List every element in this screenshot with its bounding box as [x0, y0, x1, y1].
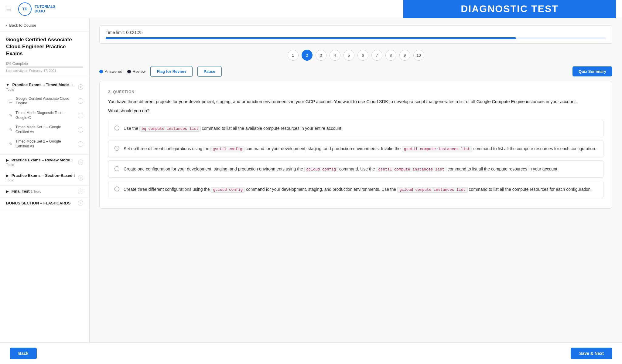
final-test-label: Final Test — [12, 189, 30, 194]
q-num-1[interactable]: 1 — [288, 50, 299, 61]
bonus-toggle[interactable]: ○ — [78, 201, 83, 206]
final-expand-icon: ▶ — [6, 190, 9, 193]
legend-answered: Answered — [99, 69, 122, 74]
timed-mode-section: ▼ Practice Exams – Timed Mode 1 Topic ○ … — [0, 77, 89, 155]
answer-text-b: Set up three different configurations us… — [124, 145, 596, 152]
timer-section: Time limit: 00:21:25 — [99, 25, 612, 44]
sidebar-item-set1[interactable]: ✎ Timed Mode Set 1 – Google Certified As — [0, 123, 89, 137]
q-num-9[interactable]: 9 — [399, 50, 410, 61]
bonus-section[interactable]: BONUS SECTION – FLASHCARDS ○ — [0, 197, 89, 209]
top-header: ☰ TD TUTORIALS DOJO DIAGNOSTIC TEST — [0, 0, 622, 18]
question-nav: 1 2 3 4 5 6 7 8 9 10 — [99, 50, 612, 61]
timer-label: Time limit: 00:21:25 — [106, 30, 606, 35]
answer-option-b[interactable]: Set up three different configurations us… — [108, 140, 603, 157]
code-bq: bq compute instances list — [139, 126, 201, 132]
final-test-toggle[interactable]: ○ — [78, 189, 83, 194]
diagnostic-circle — [78, 113, 83, 118]
answer-option-d[interactable]: Create three different configurations us… — [108, 181, 603, 198]
answer-option-a[interactable]: Use the bq compute instances list comman… — [108, 120, 603, 137]
answer-text-c: Create one configuration for your develo… — [124, 166, 559, 173]
q-num-10[interactable]: 10 — [413, 50, 424, 61]
review-mode-label: Practice Exams – Review Mode — [12, 158, 70, 162]
sidebar-item-set2[interactable]: ✎ Timed Mode Set 2 – Google Certified As — [0, 137, 89, 151]
quiz-summary-button[interactable]: Quiz Summary — [572, 66, 612, 76]
bonus-label: BONUS SECTION – FLASHCARDS — [6, 201, 70, 205]
set1-circle — [78, 127, 83, 133]
question-sub: What should you do? — [108, 108, 603, 113]
q-num-7[interactable]: 7 — [371, 50, 382, 61]
question-text: You have three different projects for yo… — [108, 98, 603, 105]
timed-mode-collapse-icon: ▼ — [6, 83, 9, 87]
sidebar-item-gce-practice[interactable]: ☰ Google Certified Associate Cloud Engin… — [0, 94, 89, 108]
review-label: Review — [133, 69, 146, 74]
q-num-4[interactable]: 4 — [330, 50, 340, 61]
q-num-5[interactable]: 5 — [343, 50, 354, 61]
back-to-course-link[interactable]: ‹ Back to Course — [0, 18, 89, 32]
edit-icon-2: ✎ — [9, 127, 12, 132]
review-mode-section[interactable]: ▶ Practice Exams – Review Mode 1 Topic ○ — [0, 155, 89, 170]
diagnostic-banner: DIAGNOSTIC TEST — [403, 0, 616, 18]
gce-practice-circle — [78, 98, 83, 104]
timed-mode-toggle[interactable]: ○ — [78, 84, 83, 90]
section-expand-icon: ▶ — [6, 174, 9, 177]
timed-mode-label: Practice Exams – Timed Mode — [12, 83, 69, 87]
q-num-3[interactable]: 3 — [316, 50, 326, 61]
final-test-count: 1 Topic — [31, 190, 41, 193]
code-gsutil-list: gsutil compute instances list — [402, 147, 472, 152]
radio-c[interactable] — [114, 166, 119, 171]
final-test-section[interactable]: ▶ Final Test 1 Topic ○ — [0, 186, 89, 197]
sidebar: ‹ Back to Course Google Certified Associ… — [0, 18, 90, 342]
set2-label: Timed Mode Set 2 – Google Certified As — [15, 139, 75, 149]
last-activity: Last activity on February 17, 2021 — [6, 69, 83, 72]
edit-icon-1: ✎ — [9, 113, 12, 118]
radio-a[interactable] — [114, 126, 119, 130]
section-based-section[interactable]: ▶ Practice Exams – Section-Based 1 Topic… — [0, 170, 89, 186]
answer-text-d: Create three different configurations us… — [124, 186, 592, 193]
q-num-8[interactable]: 8 — [385, 50, 396, 61]
timer-progress-bar — [106, 37, 606, 39]
legend-right: Quiz Summary — [572, 66, 612, 76]
answered-dot — [99, 70, 103, 73]
progress-section: 0% Complete Last activity on February 17… — [0, 60, 89, 77]
radio-d[interactable] — [114, 187, 119, 191]
legend-review: Review — [127, 69, 146, 74]
back-to-course-label: Back to Course — [9, 23, 36, 28]
code-gsutil-config: gsutil config — [210, 147, 244, 152]
back-chevron-icon: ‹ — [6, 23, 7, 28]
review-dot — [127, 70, 131, 73]
section-based-toggle[interactable]: ○ — [78, 175, 83, 180]
code-gsutil-list-c: gsutil compute instances list — [376, 167, 446, 172]
answered-label: Answered — [105, 69, 122, 74]
q-num-6[interactable]: 6 — [357, 50, 368, 61]
q-num-2[interactable]: 2 — [302, 50, 313, 61]
question-label: 2. QUESTION — [108, 90, 603, 94]
review-expand-icon: ▶ — [6, 158, 9, 162]
timer-progress-fill — [106, 37, 516, 39]
save-next-button[interactable]: Save & Next — [571, 348, 612, 359]
answer-option-c[interactable]: Create one configuration for your develo… — [108, 160, 603, 178]
code-gcloud-config-c: gcloud config — [304, 167, 338, 172]
menu-icon[interactable]: ☰ — [6, 5, 12, 13]
timed-mode-items: ☰ Google Certified Associate Cloud Engin… — [0, 94, 89, 151]
logo-circle: TD — [18, 2, 32, 16]
main-layout: ‹ Back to Course Google Certified Associ… — [0, 18, 622, 342]
legend-left: Answered Review Flag for Review Pause — [99, 66, 222, 77]
sidebar-item-diagnostic[interactable]: ✎ Timed Mode Diagnostic Test – Google C — [0, 108, 89, 123]
logo-tutorials: TUTORIALS — [35, 5, 55, 9]
radio-b[interactable] — [114, 146, 119, 151]
gce-practice-label: Google Certified Associate Cloud Engine — [16, 96, 75, 106]
back-button[interactable]: Back — [10, 348, 37, 359]
content-area: Time limit: 00:21:25 1 2 3 4 5 6 7 8 9 1… — [90, 18, 622, 342]
legend-row: Answered Review Flag for Review Pause Qu… — [99, 66, 612, 77]
code-gcloud-list-d: gcloud compute instances list — [397, 187, 468, 193]
code-gcloud-config-d: gcloud config — [211, 187, 245, 193]
progress-bar-outer — [6, 66, 83, 68]
section-based-label: Practice Exams – Section-Based — [12, 173, 73, 178]
pause-button[interactable]: Pause — [197, 66, 222, 77]
list-icon: ☰ — [9, 99, 13, 103]
logo-area: ☰ TD TUTORIALS DOJO — [6, 2, 55, 16]
timed-mode-header[interactable]: ▼ Practice Exams – Timed Mode 1 Topic ○ — [0, 80, 89, 94]
logo-dojo: DOJO — [35, 9, 55, 13]
review-mode-toggle[interactable]: ○ — [78, 160, 83, 165]
flag-for-review-button[interactable]: Flag for Review — [150, 66, 192, 77]
